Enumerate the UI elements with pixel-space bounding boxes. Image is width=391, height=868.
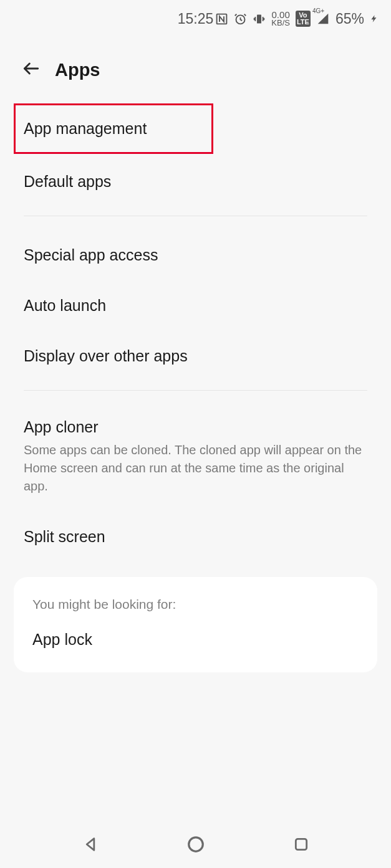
nav-home-button[interactable] (177, 835, 215, 854)
suggestion-card: You might be looking for: App lock (14, 577, 377, 672)
suggestion-hint: You might be looking for: (32, 597, 359, 612)
battery-percentage: 65% (335, 11, 364, 27)
divider (24, 216, 367, 216)
svg-rect-4 (296, 839, 306, 849)
nfc-icon (215, 12, 228, 26)
row-label: Display over other apps (24, 347, 188, 365)
row-default-apps[interactable]: Default apps (14, 156, 377, 207)
nav-recents-button[interactable] (282, 836, 320, 852)
svg-point-3 (188, 837, 203, 852)
charging-icon (370, 12, 379, 26)
page-title: Apps (55, 60, 100, 80)
data-rate-indicator: 0.00 KB/S (271, 11, 290, 26)
back-icon[interactable] (21, 59, 41, 81)
row-label: Default apps (24, 173, 111, 190)
alarm-icon (234, 12, 247, 26)
row-label: App cloner (24, 418, 99, 436)
nav-back-button[interactable] (72, 836, 109, 853)
volte-badge: Vo LTE (296, 11, 311, 27)
row-split-screen[interactable]: Split screen (14, 512, 377, 562)
vibrate-icon (253, 12, 266, 26)
row-display-over-other-apps[interactable]: Display over other apps (14, 331, 377, 381)
data-rate-unit: KB/S (271, 19, 290, 27)
row-label: App management (24, 120, 147, 137)
row-special-app-access[interactable]: Special app access (14, 225, 377, 280)
settings-list: App management Default apps Special app … (0, 103, 391, 562)
row-label: Auto launch (24, 297, 106, 314)
svg-rect-2 (257, 14, 261, 23)
status-right-group: 0.00 KB/S Vo LTE 4G+ 65% (215, 11, 379, 27)
row-app-cloner[interactable]: App cloner Some apps can be cloned. The … (14, 399, 377, 512)
navigation-bar (0, 824, 391, 868)
signal-icon: 4G+ (316, 12, 330, 25)
row-auto-launch[interactable]: Auto launch (14, 280, 377, 331)
suggestion-app-lock[interactable]: App lock (32, 631, 359, 649)
row-subtitle: Some apps can be cloned. The cloned app … (24, 441, 367, 495)
row-label: Split screen (24, 528, 105, 545)
divider (24, 390, 367, 391)
status-bar: 15:25 0.00 KB/S Vo LTE (0, 0, 391, 37)
app-header: Apps (0, 37, 391, 100)
row-label: Special app access (24, 246, 158, 264)
row-app-management[interactable]: App management (14, 103, 213, 154)
